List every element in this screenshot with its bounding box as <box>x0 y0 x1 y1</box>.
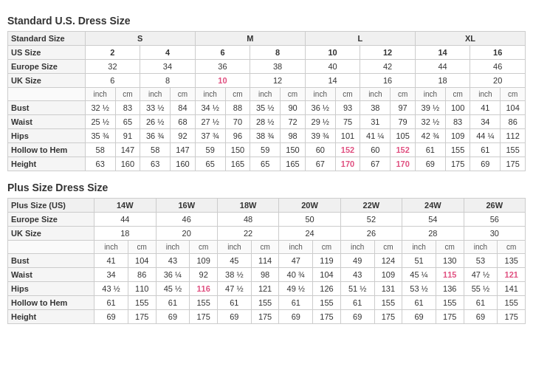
us-size-10: 10 <box>305 46 360 60</box>
standard-section: Standard U.S. Dress Size Standard Size S… <box>7 15 526 171</box>
height-row: Height 63160 63160 65165 65165 67170 671… <box>8 157 526 171</box>
plus-26w: 26W <box>464 199 525 213</box>
size-group-xl: XL <box>415 32 525 46</box>
size-group-m: M <box>195 32 305 46</box>
plus-table: Plus Size (US) 14W 16W 18W 20W 22W 24W 2… <box>7 198 526 324</box>
plus-hips-row: Hips 43 ½110 45 ½116 47 ½121 49 ½126 51 … <box>8 282 526 296</box>
plus-title: Plus Size Dress Size <box>7 182 526 193</box>
us-size-14: 14 <box>415 46 470 60</box>
plus-uk-row: UK Size 18 20 22 24 26 28 30 <box>8 227 526 241</box>
bust-row: Bust 32 ½83 33 ½84 34 ½88 35 ½90 36 ½93 … <box>8 101 526 115</box>
standard-size-header-row: Standard Size S M L XL <box>8 32 526 46</box>
us-size-12: 12 <box>360 46 416 60</box>
standard-title: Standard U.S. Dress Size <box>7 15 526 27</box>
standard-table: Standard Size S M L XL US Size 2 4 6 8 1… <box>7 31 526 171</box>
plus-24w: 24W <box>402 199 464 213</box>
plus-section: Plus Size Dress Size Plus Size (US) 14W … <box>7 182 526 324</box>
plus-18w: 18W <box>217 199 278 213</box>
plus-size-header-row: Plus Size (US) 14W 16W 18W 20W 22W 24W 2… <box>8 199 526 213</box>
us-size-4: 4 <box>140 46 196 60</box>
plus-height-row: Height 69175 69175 69175 69175 69175 691… <box>8 310 526 324</box>
uk-size-row: UK Size 6 8 10 12 14 16 18 20 <box>8 74 526 88</box>
europe-size-row: Europe Size 32 34 36 38 40 42 44 46 <box>8 60 526 74</box>
us-size-row: US Size 2 4 6 8 10 12 14 16 <box>8 46 526 60</box>
us-size-8: 8 <box>250 46 306 60</box>
hips-row: Hips 35 ¾91 36 ¾92 37 ¾96 38 ¾98 39 ¾101… <box>8 129 526 143</box>
plus-unit-row: inchcm inchcm inchcm inchcm inchcm inchc… <box>8 241 526 254</box>
waist-row: Waist 25 ½65 26 ½68 27 ½70 28 ½72 29 ½75… <box>8 115 526 129</box>
plus-size-label: Plus Size (US) <box>8 199 94 213</box>
hollow-hem-row: Hollow to Hem 58147 58147 59150 59150 60… <box>8 143 526 157</box>
plus-waist-row: Waist 3486 36 ¼92 38 ½98 40 ¾104 43109 4… <box>8 268 526 282</box>
plus-20w: 20W <box>279 199 340 213</box>
standard-size-label: Standard Size <box>8 32 86 46</box>
plus-hollow-hem-row: Hollow to Hem 61155 61155 61155 61155 61… <box>8 296 526 310</box>
unit-row: inchcm inchcm inchcm inchcm inchcm inchc… <box>8 88 526 101</box>
size-group-s: S <box>85 32 195 46</box>
plus-bust-row: Bust 41104 43109 45114 47119 49124 51130… <box>8 254 526 268</box>
plus-16w: 16W <box>156 199 217 213</box>
uk-size-label: UK Size <box>8 74 86 88</box>
plus-14w: 14W <box>94 199 156 213</box>
size-group-l: L <box>305 32 415 46</box>
plus-europe-row: Europe Size 44 46 48 50 52 54 56 <box>8 213 526 227</box>
us-size-2: 2 <box>85 46 140 60</box>
us-size-6: 6 <box>195 46 250 60</box>
us-size-label: US Size <box>8 46 86 60</box>
plus-22w: 22W <box>340 199 402 213</box>
us-size-16: 16 <box>470 46 526 60</box>
europe-size-label: Europe Size <box>8 60 86 74</box>
